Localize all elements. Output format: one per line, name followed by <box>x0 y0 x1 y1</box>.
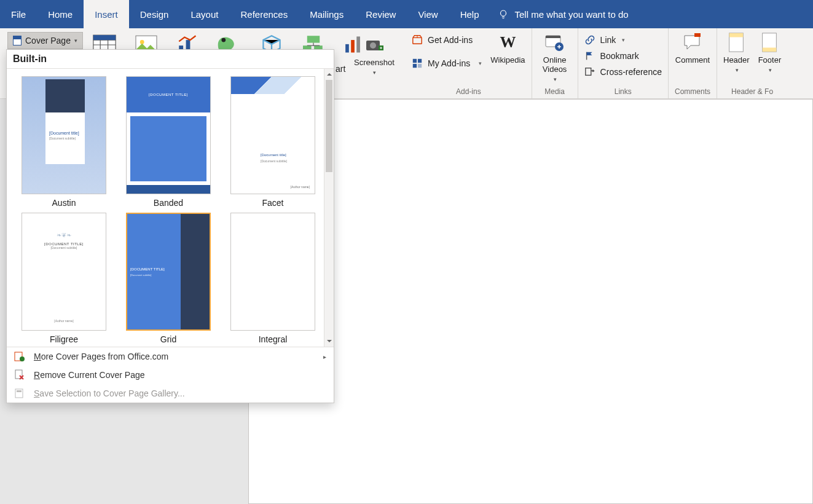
template-austin[interactable]: [Document title] [Document subtitle] Aus… <box>18 76 110 208</box>
svg-rect-33 <box>345 44 349 53</box>
tab-mailings[interactable]: Mailings <box>299 0 355 28</box>
tab-insert[interactable]: Insert <box>84 0 129 28</box>
tell-me-search[interactable]: Tell me what you want to do <box>498 0 629 28</box>
header-button[interactable]: Header <box>723 32 750 73</box>
tab-home[interactable]: Home <box>37 0 84 28</box>
template-integral[interactable]: Integral <box>227 213 319 344</box>
group-label-header-footer: Header & Fo <box>731 87 773 97</box>
svg-rect-11 <box>694 33 701 37</box>
svg-rect-15 <box>763 48 777 52</box>
screenshot-button[interactable]: Screenshot <box>354 34 395 76</box>
template-facet[interactable]: [Document title] [Document subtitle] [Au… <box>227 76 319 208</box>
link-button[interactable]: Link ▾ <box>584 32 662 48</box>
template-filigree[interactable]: ❧❦❧ [DOCUMENT TITLE] [Document subtitle]… <box>18 213 110 344</box>
comment-icon <box>682 32 703 53</box>
header-icon <box>726 32 747 53</box>
svg-rect-5 <box>413 64 417 68</box>
group-links: Link ▾ Bookmark Cross-reference Links <box>578 28 669 98</box>
template-grid[interactable]: [DOCUMENT TITLE] [Document subtitle] Gri… <box>122 213 214 344</box>
more-cover-pages-item[interactable]: More Cover Pages from Office.com ▸ <box>7 347 334 366</box>
svg-rect-10 <box>585 68 591 76</box>
screenshot-icon <box>364 34 385 55</box>
tab-references[interactable]: References <box>229 0 299 28</box>
wikipedia-button[interactable]: W Wikipedia <box>490 32 525 65</box>
group-label-addins: Add-ins <box>456 87 481 97</box>
remove-icon <box>14 369 25 380</box>
group-comments: Comment Comments <box>669 28 717 98</box>
scroll-up-button[interactable] <box>324 69 334 80</box>
scroll-track[interactable] <box>324 80 334 336</box>
tab-review[interactable]: Review <box>355 0 407 28</box>
cover-page-dropdown: Built-in [Document title] [Document subt… <box>6 49 334 403</box>
tell-me-label: Tell me what you want to do <box>515 9 629 20</box>
cover-page-icon <box>13 36 22 45</box>
ornament-icon: ❧❦❧ <box>57 232 71 238</box>
tab-help[interactable]: Help <box>449 0 490 28</box>
link-icon <box>584 34 595 45</box>
tab-layout[interactable]: Layout <box>179 0 229 28</box>
wikipedia-icon: W <box>497 32 518 53</box>
comment-button[interactable]: Comment <box>675 32 710 65</box>
scroll-down-button[interactable] <box>324 336 334 347</box>
get-addins-button[interactable]: Get Add-ins <box>412 32 482 48</box>
group-header-footer: Header Footer Header & Fo <box>717 28 787 98</box>
svg-rect-6 <box>418 64 422 68</box>
group-addins: Get Add-ins My Add-ins ▾ W Wikipedia Add… <box>406 28 532 98</box>
submenu-arrow-icon: ▸ <box>323 353 326 360</box>
save-to-gallery-item: Save Selection to Cover Page Gallery... <box>7 384 334 403</box>
cross-reference-button[interactable]: Cross-reference <box>584 64 662 80</box>
lightbulb-icon <box>498 9 509 20</box>
ribbon-tabs: File Home Insert Design Layout Reference… <box>0 0 813 28</box>
group-label-comments: Comments <box>675 87 710 97</box>
cover-page-gallery: [Document title] [Document subtitle] Aus… <box>7 69 324 347</box>
bookmark-button[interactable]: Bookmark <box>584 48 662 64</box>
group-label-links: Links <box>615 87 632 97</box>
svg-rect-43 <box>17 390 22 392</box>
my-addins-button[interactable]: My Add-ins ▾ <box>412 55 482 71</box>
tab-view[interactable]: View <box>407 0 449 28</box>
svg-point-0 <box>500 10 506 16</box>
svg-rect-28 <box>307 36 320 42</box>
online-videos-button[interactable]: Online Videos <box>538 32 571 82</box>
svg-rect-4 <box>418 59 422 63</box>
svg-rect-13 <box>729 33 744 37</box>
svg-point-40 <box>20 356 25 361</box>
footer-button[interactable]: Footer <box>758 32 782 73</box>
svg-rect-22 <box>93 35 116 40</box>
svg-rect-1 <box>413 37 422 44</box>
chevron-down-icon: ▾ <box>622 37 625 43</box>
gallery-section-header: Built-in <box>7 50 334 69</box>
tab-file[interactable]: File <box>0 0 37 28</box>
scroll-thumb[interactable] <box>326 80 332 172</box>
group-media: Online Videos Media <box>532 28 578 98</box>
svg-rect-3 <box>413 59 417 63</box>
cover-page-button[interactable]: Cover Page ▾ <box>7 32 83 49</box>
svg-point-37 <box>370 42 376 49</box>
group-label-media: Media <box>544 87 565 97</box>
store-icon <box>412 34 423 45</box>
video-icon <box>544 32 565 53</box>
partial-label-art: art <box>336 64 345 74</box>
svg-point-27 <box>221 38 226 42</box>
svg-rect-8 <box>546 36 560 38</box>
bookmark-flag-icon <box>584 50 595 61</box>
office-online-icon <box>14 351 25 362</box>
gallery-scrollbar[interactable] <box>324 69 334 347</box>
save-gallery-icon <box>14 388 25 399</box>
chevron-down-icon: ▾ <box>479 60 482 66</box>
remove-cover-page-item[interactable]: Remove Current Cover Page <box>7 366 334 384</box>
chevron-down-icon: ▾ <box>74 37 77 44</box>
tab-design[interactable]: Design <box>129 0 180 28</box>
footer-icon <box>759 32 780 53</box>
template-banded[interactable]: [DOCUMENT TITLE] Banded <box>122 76 214 208</box>
cross-reference-icon <box>584 66 595 77</box>
addins-icon <box>412 58 423 69</box>
